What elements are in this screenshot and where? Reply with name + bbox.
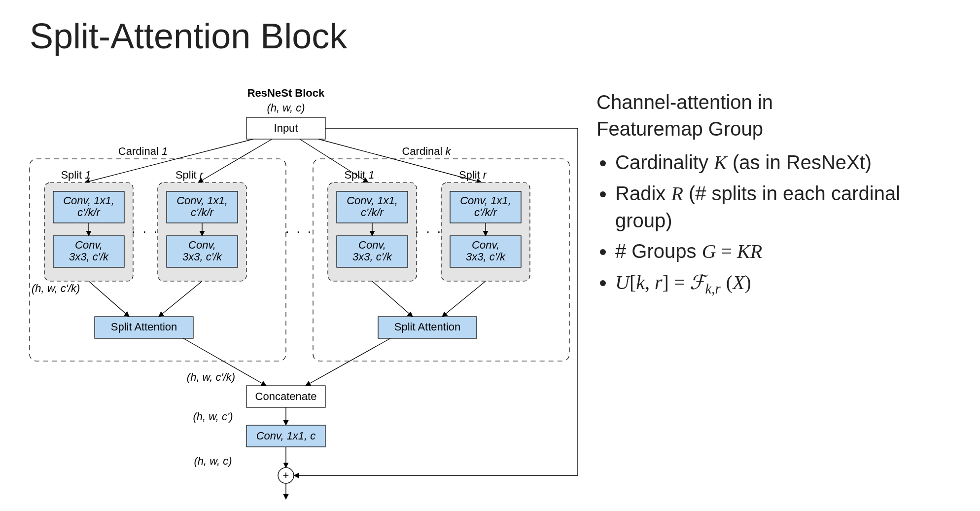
svg-text:Conv, 1x1, c: Conv, 1x1, c xyxy=(256,430,316,442)
bullet-cardinality: Cardinality K (as in ResNeXt) xyxy=(615,149,961,176)
dots-between: . . . xyxy=(285,221,313,236)
dots-card1: . . . xyxy=(132,221,159,236)
split-k-1-label: Split 1 xyxy=(344,169,374,181)
svg-line-1 xyxy=(198,139,272,182)
dots-cardk: . . . xyxy=(415,221,443,236)
label-hwcprime: (h, w, c') xyxy=(193,410,233,423)
bullet-groups: # Groups G = KR xyxy=(615,238,961,265)
svg-text:Conv, 1x1,: Conv, 1x1, xyxy=(460,194,511,207)
svg-text:Split Attention: Split Attention xyxy=(394,321,461,333)
svg-text:c'/k/r: c'/k/r xyxy=(77,206,101,219)
svg-text:Conv, 1x1,: Conv, 1x1, xyxy=(347,194,398,207)
svg-text:Concatenate: Concatenate xyxy=(255,390,317,402)
svg-text:Conv, 1x1,: Conv, 1x1, xyxy=(176,194,228,207)
svg-text:3x3, c'/k: 3x3, c'/k xyxy=(69,251,109,263)
svg-text:Conv,: Conv, xyxy=(75,239,103,251)
label-hwck-inner: (h, w, c'/k) xyxy=(32,282,80,294)
label-hwc-bottom: (h, w, c) xyxy=(194,455,232,467)
resnest-diagram: ResNeSt Block (h, w, c) Input Cardinal 1… xyxy=(26,85,583,504)
cardinal-1-label: Cardinal 1 xyxy=(118,145,168,157)
svg-line-3 xyxy=(318,139,482,182)
svg-line-29 xyxy=(442,281,486,317)
bullet-formula: U[k, r] = ℱk,r (X) xyxy=(615,269,961,298)
plus-icon: + xyxy=(283,469,289,481)
label-hwc-top: (h, w, c) xyxy=(267,102,305,114)
split-k-r-label: Split r xyxy=(459,169,488,181)
svg-text:c'/k/r: c'/k/r xyxy=(474,206,497,219)
svg-text:Conv,: Conv, xyxy=(358,239,386,251)
svg-text:c'/k/r: c'/k/r xyxy=(361,206,384,219)
svg-text:Conv,: Conv, xyxy=(472,239,499,251)
svg-text:Conv, 1x1,: Conv, 1x1, xyxy=(63,194,114,207)
right-subhead: Channel-attention in Featuremap Group xyxy=(596,89,961,142)
svg-text:Conv,: Conv, xyxy=(188,239,216,251)
svg-line-27 xyxy=(159,281,202,317)
svg-text:3x3, c'/k: 3x3, c'/k xyxy=(182,251,222,263)
diagram-title: ResNeSt Block xyxy=(247,87,325,99)
svg-line-28 xyxy=(372,281,413,317)
svg-line-26 xyxy=(89,281,129,317)
input-text: Input xyxy=(274,122,298,134)
page-title: Split-Attention Block xyxy=(30,16,950,56)
bullet-radix: Radix R (# splits in each cardinal group… xyxy=(615,180,961,234)
svg-text:Split Attention: Split Attention xyxy=(111,321,177,333)
split-1-1-label: Split 1 xyxy=(61,169,91,181)
split-1-r-label: Split r xyxy=(175,169,204,181)
label-hwck: (h, w, c'/k) xyxy=(187,371,235,383)
right-panel: Channel-attention in Featuremap Group Ca… xyxy=(596,89,961,302)
svg-line-31 xyxy=(306,338,390,386)
svg-line-0 xyxy=(85,139,253,182)
cardinal-k-label: Cardinal k xyxy=(402,145,451,157)
svg-text:3x3, c'/k: 3x3, c'/k xyxy=(466,251,506,263)
svg-text:c'/k/r: c'/k/r xyxy=(191,206,214,219)
svg-text:3x3, c'/k: 3x3, c'/k xyxy=(352,251,392,263)
